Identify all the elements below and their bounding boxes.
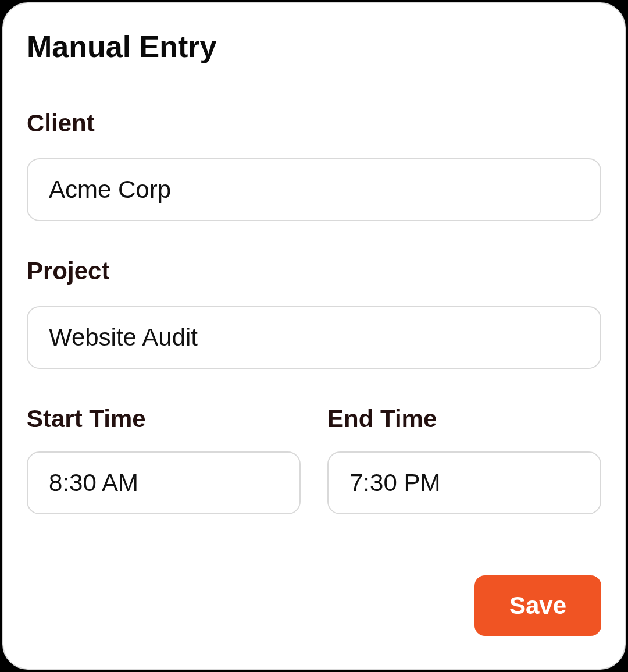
client-field-group: Client	[27, 109, 601, 221]
page-title: Manual Entry	[27, 29, 601, 64]
end-time-label: End Time	[327, 405, 601, 433]
project-field-group: Project	[27, 257, 601, 369]
end-time-input[interactable]	[327, 451, 601, 514]
project-label: Project	[27, 257, 601, 285]
start-time-field-group: Start Time	[27, 405, 301, 514]
project-input[interactable]	[27, 306, 601, 369]
client-input[interactable]	[27, 158, 601, 221]
start-time-label: Start Time	[27, 405, 301, 433]
client-label: Client	[27, 109, 601, 137]
time-row: Start Time End Time	[27, 405, 601, 514]
save-button[interactable]: Save	[474, 575, 601, 636]
actions-row: Save	[27, 575, 601, 636]
start-time-input[interactable]	[27, 451, 301, 514]
end-time-field-group: End Time	[327, 405, 601, 514]
manual-entry-card: Manual Entry Client Project Start Time E…	[2, 2, 626, 670]
